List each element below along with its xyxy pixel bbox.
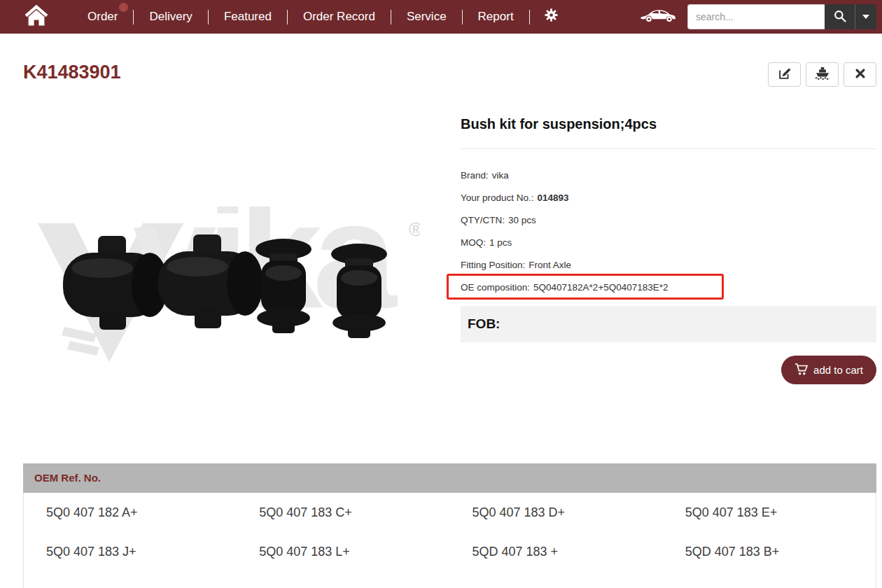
detail-brand: Brand: vika: [461, 164, 876, 186]
car-icon: [640, 7, 676, 27]
vehicle-select-button[interactable]: [640, 7, 676, 27]
edit-button[interactable]: [768, 62, 801, 87]
nav-item-label: Report: [478, 10, 514, 24]
search-input[interactable]: [687, 4, 825, 29]
page-title: K41483901: [23, 62, 121, 83]
detail-value: 1 pcs: [489, 237, 512, 248]
detail-value: vika: [492, 170, 509, 181]
product-image: vika ®: [28, 206, 420, 371]
bushing-photo: [28, 206, 420, 371]
nav-menu: Order Delivery Featured Order Record Ser…: [72, 0, 573, 34]
detail-label: OE composition:: [461, 282, 530, 293]
detail-value: 5Q0407182A*2+5Q0407183E*2: [533, 282, 668, 293]
close-button[interactable]: [844, 62, 876, 87]
table-row: 5Q0 407 183 J+ 5Q0 407 183 L+ 5QD 407 18…: [24, 532, 876, 571]
product-name: Bush kit for suspension;4pcs: [461, 116, 657, 132]
cart-icon: [794, 363, 808, 378]
ship-icon: [814, 65, 831, 84]
header-actions: [768, 62, 876, 87]
nav-item-label: Order: [88, 10, 118, 24]
oem-ref-cell: 5Q0 407 183 C+: [237, 493, 449, 532]
oem-ref-cell: 5Q0 407 183 D+: [450, 493, 663, 532]
detail-label: Your product No.:: [461, 192, 534, 203]
oem-ref-cell: 5Q0 407 182 A+: [24, 493, 237, 532]
oem-table-body: 5Q0 407 182 A+ 5Q0 407 183 C+ 5Q0 407 18…: [23, 493, 876, 588]
detail-label: MOQ:: [461, 237, 486, 248]
oem-table-header: OEM Ref. No.: [23, 463, 876, 493]
divider: [461, 148, 876, 149]
nav-item-order[interactable]: Order: [72, 0, 133, 34]
oem-ref-cell: 5QD 407 183 +: [450, 532, 663, 571]
detail-label: Fitting Position:: [461, 260, 525, 270]
close-icon: [854, 67, 867, 82]
oem-ref-cell: 5Q0 407 183 J+: [24, 532, 237, 571]
oem-ref-cell: 5Q0 407 183 L+: [237, 532, 449, 571]
detail-label: Brand:: [461, 170, 489, 181]
nav-item-label: Service: [407, 10, 447, 24]
add-to-cart-label: add to cart: [813, 364, 863, 376]
detail-oe-composition: OE composition: 5Q0407182A*2+5Q0407183E*…: [461, 276, 876, 298]
product-details: Brand: vika Your product No.: 014893 QTY…: [461, 164, 876, 298]
detail-product-no: Your product No.: 014893: [461, 186, 876, 209]
settings-button[interactable]: [530, 0, 573, 34]
nav-item-delivery[interactable]: Delivery: [134, 0, 207, 34]
search-options-button[interactable]: [855, 4, 876, 29]
detail-fitting-position: Fitting Position: Front Axle: [461, 253, 876, 276]
nav-item-report[interactable]: Report: [463, 0, 529, 34]
detail-value: 014893: [538, 192, 569, 203]
add-to-cart-button[interactable]: add to cart: [781, 356, 876, 384]
product-info: Bush kit for suspension;4pcs Brand: vika…: [461, 112, 876, 392]
nav-item-label: Order Record: [303, 10, 375, 24]
home-icon: [24, 4, 48, 29]
nav-item-label: Delivery: [149, 10, 192, 24]
fob-section: FOB:: [461, 306, 876, 342]
search-icon: [833, 9, 847, 25]
edit-icon: [777, 66, 792, 83]
notification-dot: [119, 3, 128, 12]
detail-qty-ctn: QTY/CTN: 30 pcs: [461, 209, 876, 231]
detail-value: 30 pcs: [508, 215, 536, 225]
home-button[interactable]: [23, 0, 50, 34]
detail-value: Front Axle: [528, 260, 571, 270]
fob-label: FOB:: [468, 316, 500, 332]
caret-down-icon: [862, 15, 869, 19]
search-button[interactable]: [825, 4, 855, 29]
oem-ref-table: OEM Ref. No. 5Q0 407 182 A+ 5Q0 407 183 …: [23, 463, 876, 588]
gear-icon: [544, 8, 559, 26]
search-bar: [687, 4, 876, 29]
ship-button[interactable]: [806, 62, 839, 87]
detail-moq: MOQ: 1 pcs: [461, 231, 876, 253]
table-row: 5Q0 407 182 A+ 5Q0 407 183 C+ 5Q0 407 18…: [24, 493, 876, 532]
nav-item-order-record[interactable]: Order Record: [288, 0, 391, 34]
top-nav: Order Delivery Featured Order Record Ser…: [0, 0, 882, 34]
nav-item-label: Featured: [224, 10, 272, 24]
nav-item-featured[interactable]: Featured: [209, 0, 287, 34]
detail-label: QTY/CTN:: [461, 215, 505, 225]
oem-ref-cell: 5QD 407 183 B+: [663, 532, 876, 571]
nav-item-service[interactable]: Service: [391, 0, 462, 34]
oem-ref-cell: 5Q0 407 183 E+: [663, 493, 876, 532]
